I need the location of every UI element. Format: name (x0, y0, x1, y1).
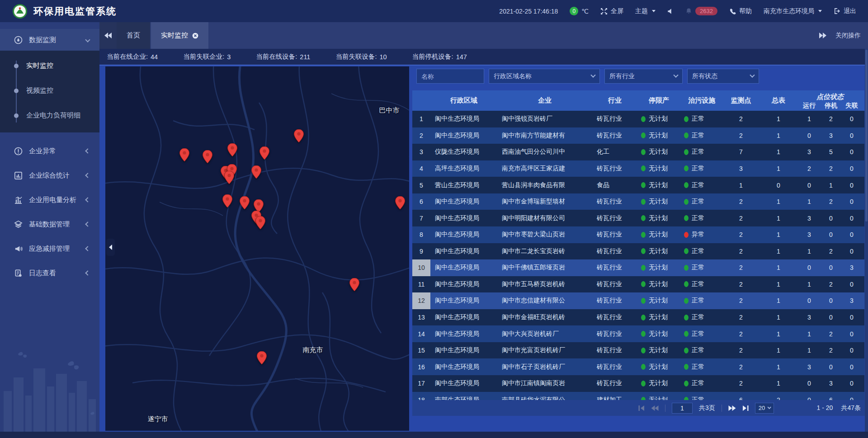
map-pin-14[interactable] (395, 196, 405, 210)
cell-company[interactable]: 阆中市忠信建材有限公 (497, 297, 592, 305)
first-page-button[interactable] (638, 405, 645, 411)
map-pin-1[interactable] (203, 150, 212, 164)
sidebar-group-1[interactable]: 企业异常 (0, 139, 99, 163)
table-row-6[interactable]: 6阆中生态环境局阆中市金博瑞新型墙材砖瓦行业无计划正常21120 (412, 193, 864, 210)
sidebar-item-0[interactable]: 实时监控 (0, 53, 99, 78)
page-number-input[interactable] (672, 403, 693, 414)
sidebar-group-6[interactable]: 日志查看 (0, 261, 99, 285)
fullscreen-button[interactable]: 全屏 (600, 7, 623, 15)
cell-company[interactable]: 阆中市石子页岩机砖厂 (497, 363, 592, 371)
cell-company[interactable]: 阆中千佛镇五郎垭页岩 (497, 264, 592, 272)
region-filter-select[interactable]: 行政区域名称 (489, 69, 600, 84)
map-pin-13[interactable] (255, 216, 265, 230)
cell-company[interactable]: 营山县润丰肉食品有限 (497, 181, 592, 189)
notifications[interactable]: 2632 (685, 7, 717, 15)
cell-company[interactable]: 阆中明阳建材有限公司 (497, 214, 592, 222)
cell-company[interactable]: 阆中市五马桥页岩机砖 (497, 280, 592, 288)
close-operations-button[interactable]: 关闭操作 (835, 32, 861, 40)
cell-company[interactable]: 阆中市江南镇阆南页岩 (497, 379, 592, 387)
double-chevron-right-icon[interactable] (819, 33, 826, 38)
col-header-stopped[interactable]: 停机 (820, 101, 842, 111)
table-row-12[interactable]: 12阆中生态环境局阆中市忠信建材有限公砖瓦行业无计划正常21003 (412, 292, 864, 309)
table-row-8[interactable]: 8阆中生态环境局阆中市枣碧大梁山页岩砖瓦行业无计划异常21300 (412, 226, 864, 243)
sidebar-group-2[interactable]: 企业综合统计 (0, 163, 99, 188)
table-row-16[interactable]: 16阆中生态环境局阆中市石子页岩机砖厂砖瓦行业无计划正常21300 (412, 358, 864, 375)
tab-1[interactable]: 实时监控 (151, 22, 208, 49)
cell-region: 阆中生态环境局 (430, 313, 497, 321)
cell-company[interactable]: 阆中大兴页岩机砖厂 (497, 330, 592, 338)
map-pin-0[interactable] (179, 148, 189, 162)
organization-dropdown[interactable]: 南充市生态环境局 (764, 7, 822, 15)
table-row-2[interactable]: 2阆中生态环境局阆中市南方节能建材有砖瓦行业无计划正常21030 (412, 127, 864, 144)
map-pin-3[interactable] (259, 146, 269, 160)
col-header-limit[interactable]: 停限产 (637, 90, 680, 111)
help-button[interactable]: 帮助 (729, 7, 752, 15)
table-row-1[interactable]: 1阆中生态环境局阆中强锐页岩砖厂砖瓦行业无计划正常21120 (412, 111, 864, 127)
table-row-4[interactable]: 4高坪生态环境局南充市高坪区王家店建砖瓦行业无计划正常31220 (412, 160, 864, 177)
sidebar-group-3[interactable]: 企业用电量分析 (0, 188, 99, 212)
table-row-13[interactable]: 13阆中生态环境局阆中市金福旺页岩机砖砖瓦行业无计划正常21300 (412, 309, 864, 326)
map-pin-9[interactable] (222, 194, 232, 208)
col-header-meters[interactable]: 总表 (759, 90, 798, 111)
logout-button[interactable]: 退出 (834, 7, 856, 15)
next-page-button[interactable] (728, 405, 736, 411)
cell-company[interactable]: 阆中市金博瑞新型墙材 (497, 198, 592, 206)
sidebar-item-1[interactable]: 视频监控 (0, 78, 99, 103)
panel-collapse-button[interactable] (106, 239, 115, 256)
map[interactable]: 巴中市南充市遂宁市 (105, 66, 409, 431)
sidebar-group-5[interactable]: 应急减排管理 (0, 236, 99, 261)
tab-0[interactable]: 首页 (117, 22, 150, 49)
cell-company[interactable]: 阆中市二龙长宝页岩砖 (497, 247, 592, 255)
page-size-select[interactable]: 20 (755, 403, 774, 414)
table-row-7[interactable]: 7阆中生态环境局阆中明阳建材有限公司砖瓦行业无计划正常21300 (412, 210, 864, 226)
cell-company[interactable]: 阆中市光富页岩机砖厂 (497, 346, 592, 354)
last-page-button[interactable] (742, 405, 749, 411)
table-row-11[interactable]: 11阆中生态环境局阆中市五马桥页岩机砖砖瓦行业无计划正常21120 (412, 276, 864, 293)
sidebar-item-2[interactable]: 企业电力负荷明细 (0, 103, 99, 128)
map-pin-10[interactable] (240, 196, 250, 210)
status-filter-select[interactable]: 所有状态 (687, 69, 759, 84)
sidebar-group-4[interactable]: 基础数据管理 (0, 212, 99, 236)
col-header-industry[interactable]: 行业 (592, 90, 637, 111)
cell-company[interactable]: 阆中市金福旺页岩机砖 (497, 313, 592, 321)
table-row-10[interactable]: 10阆中生态环境局阆中千佛镇五郎垭页岩砖瓦行业无计划正常21003 (412, 259, 864, 276)
cell-company[interactable]: 南部县砖华水泥有限公 (497, 396, 592, 400)
col-header-offline[interactable]: 失联 (842, 101, 862, 111)
col-header-company[interactable]: 企业 (497, 90, 592, 111)
theme-dropdown[interactable]: 主题 (635, 7, 656, 15)
map-pin-16[interactable] (257, 351, 267, 365)
cell-company[interactable]: 南充市高坪区王家店建 (497, 165, 592, 173)
total-count-label: 共47条 (841, 404, 861, 412)
table-row-18[interactable]: 18南部生态环境局南部县砖华水泥有限公建材加工无计划正常62060 (412, 392, 864, 400)
table-row-14[interactable]: 14阆中生态环境局阆中大兴页岩机砖厂砖瓦行业无计划正常21120 (412, 325, 864, 342)
table-row-17[interactable]: 17阆中生态环境局阆中市江南镇阆南页岩砖瓦行业无计划正常21030 (412, 375, 864, 392)
table-row-5[interactable]: 5营山生态环境局营山县润丰肉食品有限食品无计划正常10010 (412, 177, 864, 193)
col-header-facility[interactable]: 治污设施 (680, 90, 723, 111)
table-row-3[interactable]: 3仪陇生态环境局西南油气田分公司川中化工无计划正常71350 (412, 144, 864, 160)
col-header-points[interactable]: 监测点 (723, 90, 759, 111)
name-filter-input[interactable] (416, 69, 484, 84)
map-pin-7[interactable] (224, 171, 234, 184)
industry-filter-select[interactable]: 所有行业 (604, 69, 683, 84)
sound-button[interactable] (667, 8, 674, 14)
map-pin-8[interactable] (251, 165, 261, 179)
col-header-running[interactable]: 运行 (798, 101, 820, 111)
table-row-9[interactable]: 9阆中生态环境局阆中市二龙长宝页岩砖砖瓦行业无计划正常21120 (412, 243, 864, 260)
col-header-region[interactable]: 行政区域 (430, 90, 497, 111)
cell-run: 0 (798, 264, 820, 271)
scrollbar-thumb[interactable] (865, 50, 868, 221)
cell-company[interactable]: 阆中市枣碧大梁山页岩 (497, 231, 592, 239)
map-pin-4[interactable] (294, 129, 304, 143)
map-pin-15[interactable] (349, 278, 359, 292)
previous-page-button[interactable] (651, 405, 659, 411)
temperature: 0 ℃ (570, 7, 589, 15)
page-scrollbar[interactable] (865, 49, 868, 432)
cell-company[interactable]: 阆中市南方节能建材有 (497, 132, 592, 140)
map-pin-2[interactable] (227, 143, 237, 157)
sidebar-group-0[interactable]: 数据监测 (0, 29, 99, 51)
cell-company[interactable]: 西南油气田分公司川中 (497, 148, 592, 156)
tabs-scroll-left-button[interactable] (99, 22, 117, 49)
table-row-15[interactable]: 15阆中生态环境局阆中市光富页岩机砖厂砖瓦行业无计划正常21120 (412, 342, 864, 359)
cell-company[interactable]: 阆中强锐页岩砖厂 (497, 115, 592, 123)
tab-close-icon[interactable] (192, 33, 198, 39)
